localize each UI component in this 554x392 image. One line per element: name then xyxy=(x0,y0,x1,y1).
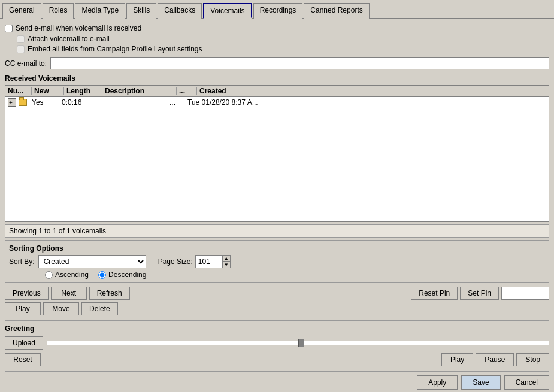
col-header-ellipsis: ... xyxy=(179,87,197,95)
greeting-section: Greeting Upload Reset Play Pause Stop xyxy=(5,320,549,366)
tab-recordings[interactable]: Recordings xyxy=(253,3,303,19)
col-header-length: Length xyxy=(66,87,102,95)
send-email-row: Send e-mail when voicemail is received xyxy=(5,24,549,32)
move-button[interactable]: Move xyxy=(43,302,79,315)
tab-callbacks[interactable]: Callbacks xyxy=(158,3,202,19)
table-row[interactable]: + Yes 0:0:16 ... Tue 01/28/20 8:37 A... xyxy=(5,97,549,108)
refresh-button[interactable]: Refresh xyxy=(89,287,130,300)
send-email-checkbox[interactable] xyxy=(5,25,13,32)
sub-options: Attach voicemail to e-mail Embed all fie… xyxy=(17,35,549,55)
progress-bar[interactable] xyxy=(47,341,549,345)
embed-fields-label: Embed all fields from Campaign Profile L… xyxy=(28,45,202,53)
row-length: 0:0:16 xyxy=(62,98,98,107)
sorting-title: Sorting Options xyxy=(9,244,545,253)
reset-button[interactable]: Reset xyxy=(5,353,41,366)
tab-canned-reports[interactable]: Canned Reports xyxy=(304,3,369,19)
tab-bar: General Roles Media Type Skills Callback… xyxy=(0,0,554,19)
sort-by-label: Sort By: xyxy=(9,257,35,266)
send-email-label: Send e-mail when voicemail is received xyxy=(16,24,141,32)
cancel-button[interactable]: Cancel xyxy=(504,375,549,390)
greeting-controls: Upload xyxy=(5,336,549,350)
spinner-up[interactable]: ▲ xyxy=(222,255,231,262)
col-header-created: Created xyxy=(199,87,307,95)
attach-voicemail-checkbox[interactable] xyxy=(17,35,25,43)
page-size-input[interactable] xyxy=(195,255,222,268)
status-bar: Showing 1 to 1 of 1 voicemails xyxy=(5,224,549,238)
ascending-radio[interactable] xyxy=(45,271,53,279)
save-button[interactable]: Save xyxy=(461,375,500,390)
col-header-new: New xyxy=(34,87,64,95)
descending-radio[interactable] xyxy=(98,271,106,279)
footer-row: Apply Save Cancel xyxy=(5,371,549,390)
ascending-text: Ascending xyxy=(55,271,89,279)
greeting-title: Greeting xyxy=(5,324,549,333)
ascending-label[interactable]: Ascending xyxy=(45,271,89,279)
cc-input[interactable] xyxy=(50,57,549,69)
row-new: Yes xyxy=(32,98,62,107)
tab-media-type[interactable]: Media Type xyxy=(75,3,125,19)
next-button[interactable]: Next xyxy=(51,287,87,300)
set-pin-button[interactable]: Set Pin xyxy=(460,287,499,300)
tab-skills[interactable]: Skills xyxy=(126,3,156,19)
embed-fields-row: Embed all fields from Campaign Profile L… xyxy=(17,45,549,53)
descending-text: Descending xyxy=(108,271,146,279)
descending-label[interactable]: Descending xyxy=(98,271,146,279)
spinner-buttons: ▲ ▼ xyxy=(222,255,231,268)
sorting-options: Sorting Options Sort By: Created Length … xyxy=(5,240,549,283)
content-area: Send e-mail when voicemail is received A… xyxy=(0,19,554,392)
tab-roles[interactable]: Roles xyxy=(43,3,74,19)
table-header: Nu... New Length Description ... Created xyxy=(5,86,549,97)
apply-button[interactable]: Apply xyxy=(417,375,458,390)
row-ellipsis: ... xyxy=(169,98,187,107)
row-created: Tue 01/28/20 8:37 A... xyxy=(187,98,295,107)
tab-general[interactable]: General xyxy=(2,3,41,19)
greeting-pause-button[interactable]: Pause xyxy=(476,353,514,366)
spinner-down[interactable]: ▼ xyxy=(222,262,231,268)
sort-by-select[interactable]: Created Length New Description xyxy=(38,255,146,268)
radio-row: Ascending Descending xyxy=(9,271,545,279)
row-num: + xyxy=(8,98,32,107)
previous-button[interactable]: Previous xyxy=(5,287,49,300)
upload-button[interactable]: Upload xyxy=(5,336,43,350)
expand-icon[interactable]: + xyxy=(8,98,16,107)
greeting-stop-button[interactable]: Stop xyxy=(516,353,549,366)
delete-button[interactable]: Delete xyxy=(81,302,118,315)
voicemails-table: Nu... New Length Description ... Created… xyxy=(5,85,549,222)
col-header-desc: Description xyxy=(105,87,177,95)
reset-pin-button[interactable]: Reset Pin xyxy=(411,287,458,300)
tab-voicemails[interactable]: Voicemails xyxy=(203,3,252,19)
action-buttons-row2: Play Move Delete xyxy=(5,302,549,315)
pin-input[interactable] xyxy=(501,287,549,300)
page-size-label: Page Size: xyxy=(158,257,193,266)
attach-voicemail-label: Attach voicemail to e-mail xyxy=(28,35,110,43)
playback-controls: Play Pause Stop xyxy=(441,353,549,366)
embed-fields-checkbox[interactable] xyxy=(17,45,25,53)
col-header-num: Nu... xyxy=(8,87,32,95)
attach-voicemail-row: Attach voicemail to e-mail xyxy=(17,35,549,43)
greeting-play-button[interactable]: Play xyxy=(441,353,473,366)
progress-thumb[interactable] xyxy=(298,339,304,347)
sort-by-row: Sort By: Created Length New Description … xyxy=(9,255,545,268)
cc-label: CC e-mail to: xyxy=(5,59,47,68)
folder-icon xyxy=(19,99,27,106)
received-voicemails-title: Received Voicemails xyxy=(5,74,549,83)
page-size-group: Page Size: ▲ ▼ xyxy=(158,255,231,268)
action-buttons-row1: Previous Next Refresh Reset Pin Set Pin xyxy=(5,287,549,300)
play-button[interactable]: Play xyxy=(5,302,41,315)
cc-row: CC e-mail to: xyxy=(5,57,549,69)
